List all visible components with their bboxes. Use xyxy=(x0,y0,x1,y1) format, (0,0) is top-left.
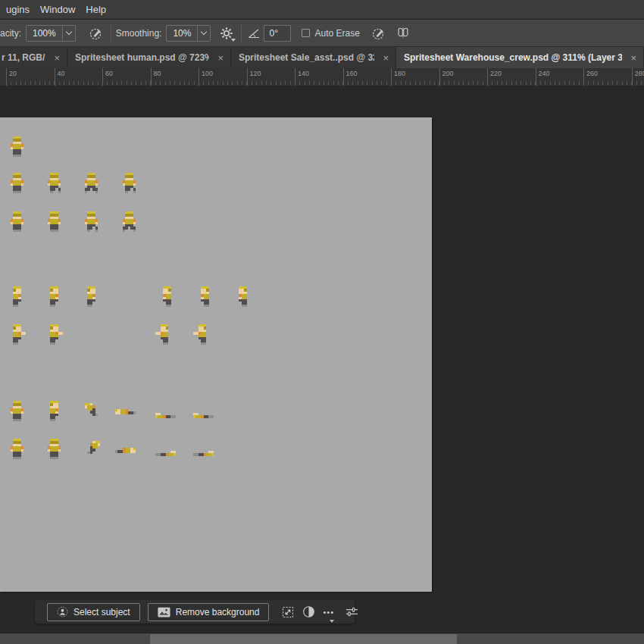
ruler-tick-160: 160 xyxy=(343,68,344,86)
ruler-tick-60: 60 xyxy=(102,68,103,86)
ruler-tick-label: 60 xyxy=(105,70,113,77)
close-icon[interactable]: × xyxy=(52,52,62,64)
ruler-tick-label: 40 xyxy=(58,70,65,77)
ruler-tick-label: 200 xyxy=(442,70,454,77)
scrollbar-thumb[interactable] xyxy=(150,634,457,644)
ruler-tick-label: 160 xyxy=(346,70,358,77)
ruler-tick-label: 120 xyxy=(250,70,261,77)
ruler-tick-240: 240 xyxy=(536,68,536,86)
close-icon[interactable]: × xyxy=(628,52,639,64)
ruler-tick-200: 200 xyxy=(439,68,440,86)
ruler-tick-220: 220 xyxy=(487,68,488,86)
checkbox-icon[interactable] xyxy=(302,29,310,37)
ruler-tick-label: 20 xyxy=(9,70,17,77)
ruler-tick-120: 120 xyxy=(247,68,248,86)
ruler-tick-20: 20 xyxy=(6,68,7,86)
contextual-taskbar: Select subject Remove background xyxy=(35,600,355,624)
options-bar: acity: 100% Smoothing: 10% xyxy=(0,20,644,47)
remove-background-label: Remove background xyxy=(176,607,260,617)
tab-label: Spritesheet Warehouse_crew.psd @ 311% (L… xyxy=(404,52,622,63)
document-tab-spritesheet-warehouse-crew-p[interactable]: Spritesheet Warehouse_crew.psd @ 311% (L… xyxy=(396,47,643,68)
angle-icon xyxy=(246,23,261,43)
menu-item-ugins[interactable]: ugins xyxy=(1,4,35,15)
contrast-icon[interactable] xyxy=(302,602,315,622)
image-icon xyxy=(158,607,170,617)
ruler-tick-180: 180 xyxy=(391,68,392,86)
ruler-tick-label: 260 xyxy=(586,70,598,77)
chevron-down-icon[interactable] xyxy=(197,26,210,41)
smoothing-value: 10% xyxy=(167,28,197,39)
angle-value: 0° xyxy=(269,28,277,39)
ruler-tick-label: 100 xyxy=(202,70,213,77)
document-tab-strip: r 11, RGB/...×Spritesheet human.psd @ 72… xyxy=(0,47,644,68)
more-options-icon[interactable]: ••• xyxy=(323,602,334,622)
caret-down-icon xyxy=(330,620,334,623)
ruler-tick-100: 100 xyxy=(199,68,199,86)
ruler-tick-280: 280 xyxy=(632,68,633,86)
ruler-tick-label: 280 xyxy=(635,70,644,77)
document-canvas[interactable] xyxy=(0,117,432,592)
adjust-sliders-icon[interactable] xyxy=(345,602,359,622)
smoothing-dropdown[interactable]: 10% xyxy=(166,25,211,42)
divider xyxy=(111,24,111,42)
menu-bar: uginsWindowHelp xyxy=(0,0,644,19)
remove-background-button[interactable]: Remove background xyxy=(148,603,270,621)
opacity-label: acity: xyxy=(0,28,21,39)
ruler-tick-40: 40 xyxy=(55,68,55,86)
chevron-down-icon[interactable] xyxy=(62,26,75,41)
ruler-tick-label: 80 xyxy=(154,70,161,77)
ruler-tick-80: 80 xyxy=(151,68,152,86)
ruler-tick-label: 220 xyxy=(490,70,502,77)
smoothing-label: Smoothing: xyxy=(116,28,162,39)
divider xyxy=(241,24,242,42)
tab-label: Spritesheet human.psd @ 723% (... xyxy=(75,52,209,63)
airbrush-opacity-icon[interactable] xyxy=(86,23,106,43)
auto-erase-checkbox[interactable]: Auto Erase xyxy=(302,28,359,39)
ruler-tick-260: 260 xyxy=(583,68,584,86)
angle-input[interactable]: 0° xyxy=(264,25,291,42)
select-subject-button[interactable]: Select subject xyxy=(47,603,140,621)
close-icon[interactable]: × xyxy=(380,52,391,64)
paint-symmetry-icon[interactable] xyxy=(393,23,413,43)
ruler-tick-label: 240 xyxy=(539,70,550,77)
menu-item-help[interactable]: Help xyxy=(80,4,111,15)
tab-label: Spritesheet Sale_asst..psd @ 322... xyxy=(239,52,374,63)
auto-erase-label: Auto Erase xyxy=(314,28,359,39)
more-options-label: ••• xyxy=(323,608,334,617)
tab-label: r 11, RGB/... xyxy=(2,52,45,63)
opacity-value: 100% xyxy=(27,28,62,39)
ruler-tick-label: 180 xyxy=(394,70,405,77)
gear-icon[interactable] xyxy=(217,23,236,43)
horizontal-ruler[interactable]: 20406080100120140160180200220240260280 xyxy=(0,68,644,86)
person-icon xyxy=(57,606,68,617)
ruler-tick-140: 140 xyxy=(295,68,295,86)
ruler-tick-label: 140 xyxy=(298,70,309,77)
photoshop-window: uginsWindowHelp acity: 100% Smoothing: 1… xyxy=(0,0,644,644)
menu-item-window[interactable]: Window xyxy=(35,4,80,15)
opacity-dropdown[interactable]: 100% xyxy=(26,25,76,42)
transform-selection-icon[interactable] xyxy=(281,602,295,622)
document-tab-spritesheet-human-psd-723[interactable]: Spritesheet human.psd @ 723% (...× xyxy=(67,47,230,68)
horizontal-scrollbar[interactable] xyxy=(0,633,644,644)
document-tab-spritesheet-sale-asst-psd[interactable]: Spritesheet Sale_asst..psd @ 322...× xyxy=(231,47,395,68)
select-subject-label: Select subject xyxy=(73,607,130,617)
work-area xyxy=(0,86,644,633)
close-icon[interactable]: × xyxy=(215,52,226,64)
airbrush-pressure-icon[interactable] xyxy=(369,23,389,43)
document-tab-r-11-rgb[interactable]: r 11, RGB/...× xyxy=(0,47,67,68)
